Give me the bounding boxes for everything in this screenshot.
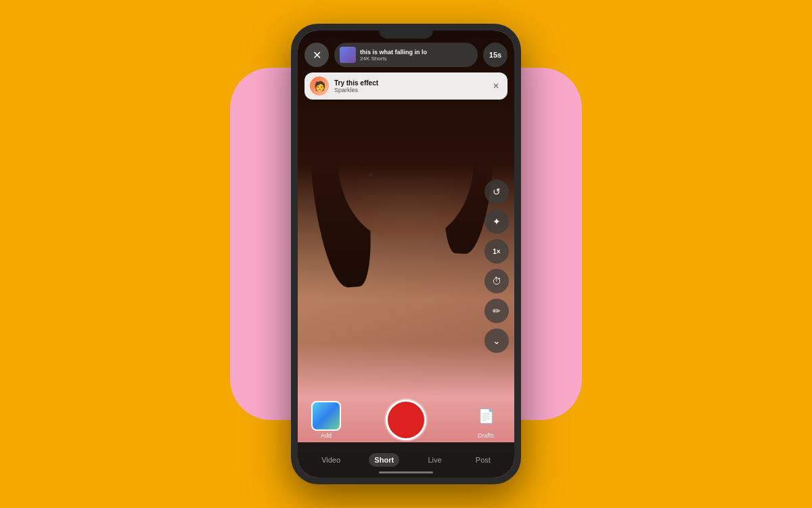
add-thumbnail bbox=[311, 401, 341, 431]
adjust-button[interactable]: ✏ bbox=[484, 299, 509, 323]
song-subtitle: 24K Shorts bbox=[360, 56, 427, 62]
song-card[interactable]: this is what falling in lo 24K Shorts bbox=[334, 43, 478, 67]
bottom-controls: Add 📄 Drafts bbox=[298, 400, 514, 440]
tab-video[interactable]: Video bbox=[316, 453, 346, 467]
tab-post[interactable]: Post bbox=[470, 453, 496, 467]
more-button[interactable]: ⌄ bbox=[484, 329, 509, 353]
drafts-button[interactable]: 📄 Drafts bbox=[471, 401, 501, 439]
effect-close-button[interactable]: ✕ bbox=[490, 80, 502, 92]
close-button[interactable]: ✕ bbox=[304, 43, 329, 67]
song-title: this is what falling in lo bbox=[360, 49, 427, 56]
effect-name: Sparkles bbox=[334, 87, 484, 93]
timer-tool-button[interactable]: ⏱ bbox=[484, 269, 509, 293]
effect-text: Try this effect Sparkles bbox=[334, 79, 484, 93]
effect-title: Try this effect bbox=[334, 79, 484, 87]
add-label: Add bbox=[321, 432, 332, 439]
tab-short[interactable]: Short bbox=[369, 453, 399, 467]
effects-button[interactable]: ✦ bbox=[484, 209, 509, 234]
tab-live[interactable]: Live bbox=[422, 453, 447, 467]
add-button[interactable]: Add bbox=[311, 401, 341, 439]
song-info: this is what falling in lo 24K Shorts bbox=[360, 49, 427, 62]
speed-button[interactable]: 1× bbox=[484, 239, 509, 263]
right-tools: ↺ ✦ 1× ⏱ ✏ ⌄ bbox=[484, 179, 509, 353]
phone-body: ✕ this is what falling in lo 24K Shorts … bbox=[291, 24, 521, 484]
drafts-label: Drafts bbox=[478, 432, 494, 439]
flip-button[interactable]: ↺ bbox=[484, 179, 509, 204]
phone-notch bbox=[379, 30, 433, 39]
effect-avatar: 🧑 bbox=[310, 77, 329, 96]
home-indicator bbox=[379, 471, 433, 473]
record-button[interactable] bbox=[386, 400, 426, 440]
song-thumbnail bbox=[340, 47, 356, 63]
phone-frame: ✕ this is what falling in lo 24K Shorts … bbox=[291, 24, 521, 484]
effect-banner[interactable]: 🧑 Try this effect Sparkles ✕ bbox=[304, 72, 508, 100]
timer-button[interactable]: 15s bbox=[483, 43, 508, 67]
drafts-icon: 📄 bbox=[471, 401, 501, 431]
